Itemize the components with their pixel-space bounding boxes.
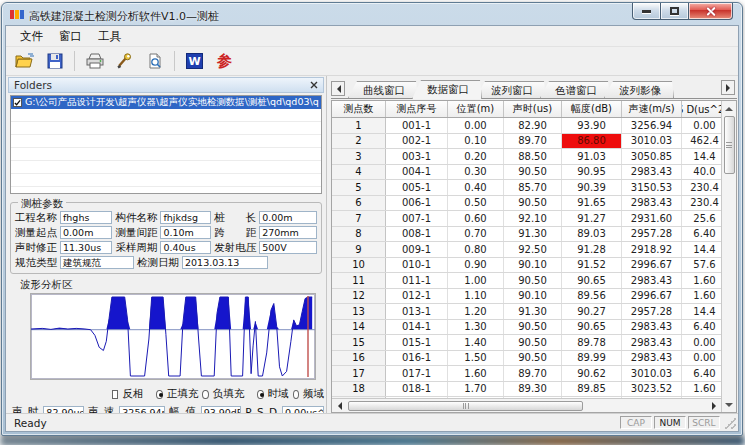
- cell: 014-1: [386, 320, 448, 335]
- readout-field[interactable]: 0.00us^2/m: [282, 406, 324, 414]
- table-body[interactable]: 1001-10.0082.9093.903256.940.002002-10.1…: [332, 118, 721, 412]
- readout-label: P S D: [245, 406, 278, 413]
- cell: 89.70: [504, 366, 562, 381]
- vscroll-thumb[interactable]: [724, 116, 735, 174]
- tab-scroll-right-button[interactable]: [721, 80, 735, 95]
- time-domain-radio[interactable]: [257, 390, 263, 399]
- freq-domain-radio[interactable]: [293, 390, 299, 399]
- folder-checkbox[interactable]: [13, 98, 22, 107]
- table-row[interactable]: 11011-11.0090.5090.652983.431.60: [332, 273, 721, 289]
- cell: 89.78: [562, 335, 622, 350]
- readout-field[interactable]: 93.90dB: [201, 406, 242, 414]
- tab-3[interactable]: 色谱窗口: [540, 81, 610, 98]
- table-row[interactable]: 8008-10.7091.3089.032957.286.40: [332, 227, 721, 243]
- readout-field[interactable]: 82.90us: [43, 406, 84, 414]
- table-row[interactable]: 3003-10.2088.5091.033050.8514.4: [332, 149, 721, 165]
- menu-item-0[interactable]: 文件: [12, 26, 51, 47]
- cell: 230.4: [682, 180, 721, 195]
- column-header-0[interactable]: 测点数: [332, 101, 386, 117]
- report-tool-button[interactable]: [111, 49, 138, 74]
- table-row[interactable]: 2002-10.1089.7086.803010.03462.4: [332, 134, 721, 150]
- column-header-5[interactable]: 声速(m/s): [622, 101, 682, 117]
- close-button[interactable]: [688, 3, 733, 20]
- table-row[interactable]: 1001-10.0082.9093.903256.940.00: [332, 118, 721, 134]
- param-field[interactable]: 建筑规范: [60, 256, 134, 269]
- save-button[interactable]: [41, 49, 68, 74]
- table-row[interactable]: 4004-10.3090.5090.952983.4340.0: [332, 165, 721, 181]
- table-row[interactable]: 16016-11.5090.5089.992983.430.00: [332, 351, 721, 367]
- readout-field[interactable]: 3256.94m/s: [119, 406, 165, 414]
- cell: 0.40: [448, 180, 504, 195]
- scroll-down-button[interactable]: [723, 398, 736, 412]
- column-header-3[interactable]: 声时(us): [504, 101, 562, 117]
- param-field[interactable]: 11.30us: [60, 241, 112, 254]
- close-folders-button[interactable]: [307, 79, 320, 91]
- column-header-1[interactable]: 测点序号: [386, 101, 448, 117]
- waveform-plot[interactable]: [30, 293, 316, 380]
- table-row[interactable]: 12012-11.1090.1089.562996.671.60: [332, 289, 721, 305]
- table-row[interactable]: 14014-11.3090.5090.652983.436.40: [332, 320, 721, 336]
- param-field[interactable]: 270mm: [259, 226, 317, 239]
- tab-2[interactable]: 波列窗口: [476, 81, 546, 98]
- cell: 10: [332, 258, 386, 273]
- vertical-scrollbar[interactable]: [721, 101, 736, 412]
- column-header-6[interactable]: P S D(us^2/m): [682, 101, 721, 117]
- resize-grip[interactable]: [724, 417, 736, 429]
- table-row[interactable]: 10010-10.9090.1091.522996.6757.6: [332, 258, 721, 274]
- menu-item-1[interactable]: 窗口: [51, 26, 90, 47]
- folders-list[interactable]: G:\公司产品设计开发\超声仪器\超声仪实地检测数据\测桩\qd\qd03\qd…: [10, 95, 322, 194]
- close-icon: [705, 6, 716, 17]
- param-field[interactable]: fhjkdsg: [160, 211, 211, 224]
- param-field[interactable]: fhghs: [60, 211, 112, 224]
- right-arrow-icon: [726, 84, 734, 92]
- maximize-button[interactable]: [661, 3, 688, 20]
- param-field[interactable]: 0.00m: [60, 226, 112, 239]
- word-icon: W: [186, 53, 203, 69]
- export-word-button[interactable]: W: [181, 49, 208, 74]
- cell: 7: [332, 211, 386, 226]
- cell: 16: [332, 351, 386, 366]
- open-file-button[interactable]: [11, 49, 38, 74]
- cell: 6.40: [682, 320, 721, 335]
- param-field[interactable]: 0.00m: [259, 211, 317, 224]
- table-row[interactable]: 9009-10.8092.5091.282918.9214.4: [332, 242, 721, 258]
- title-bar[interactable]: 高铁建混凝土检测分析软件V1.0—测桩: [2, 3, 742, 25]
- table-row[interactable]: 5005-10.4085.7090.393150.53230.4: [332, 180, 721, 196]
- print-button[interactable]: [81, 49, 108, 74]
- table-row[interactable]: 6006-10.5090.5091.652983.43230.4: [332, 196, 721, 212]
- minimize-button[interactable]: [632, 3, 661, 20]
- table-row[interactable]: 13013-11.2091.3090.272957.2814.4: [332, 304, 721, 320]
- table-row[interactable]: 7007-10.6092.1091.272931.6025.6: [332, 211, 721, 227]
- table-row[interactable]: 17017-11.6089.7090.623010.036.40: [332, 366, 721, 382]
- folder-item-selected[interactable]: G:\公司产品设计开发\超声仪器\超声仪实地检测数据\测桩\qd\qd03\qd…: [11, 96, 321, 109]
- print-preview-button[interactable]: [141, 49, 168, 74]
- column-header-2[interactable]: 位置(m): [448, 101, 504, 117]
- menu-item-2[interactable]: 工具: [90, 26, 129, 47]
- scroll-up-button[interactable]: [723, 101, 736, 115]
- table-row[interactable]: 15015-11.4090.5089.782983.430.00: [332, 335, 721, 351]
- param-field[interactable]: 0.10m: [160, 226, 211, 239]
- tab-4[interactable]: 波列影像: [604, 81, 674, 98]
- param-field[interactable]: 2013.03.13: [182, 256, 268, 269]
- param-field[interactable]: 0.40us: [160, 241, 211, 254]
- scroll-left-button[interactable]: [332, 400, 346, 412]
- tab-scroll-left-button[interactable]: [331, 81, 345, 96]
- cell: 15: [332, 335, 386, 350]
- column-header-4[interactable]: 幅度(dB): [562, 101, 622, 117]
- hscroll-thumb[interactable]: [348, 401, 583, 411]
- data-table: 测点数测点序号位置(m)声时(us)幅度(dB)声速(m/s)P S D(us^…: [331, 100, 737, 413]
- tab-0[interactable]: 曲线窗口: [348, 81, 418, 98]
- table-row[interactable]: 18018-11.7089.3089.853023.521.60: [332, 382, 721, 398]
- folders-panel-header[interactable]: Folders: [8, 77, 324, 93]
- negative-fill-radio[interactable]: [202, 390, 208, 399]
- scroll-right-button[interactable]: [707, 400, 721, 412]
- parameters-button[interactable]: 参: [211, 49, 238, 74]
- positive-fill-radio[interactable]: [156, 390, 162, 399]
- param-field[interactable]: 500V: [259, 241, 317, 254]
- invert-checkbox[interactable]: [112, 390, 118, 399]
- horizontal-scrollbar[interactable]: [332, 398, 721, 412]
- tab-1[interactable]: 数据窗口: [412, 80, 482, 99]
- positive-fill-label: 正填充: [167, 387, 199, 401]
- minimize-icon: [642, 10, 651, 13]
- cell: 004-1: [386, 165, 448, 180]
